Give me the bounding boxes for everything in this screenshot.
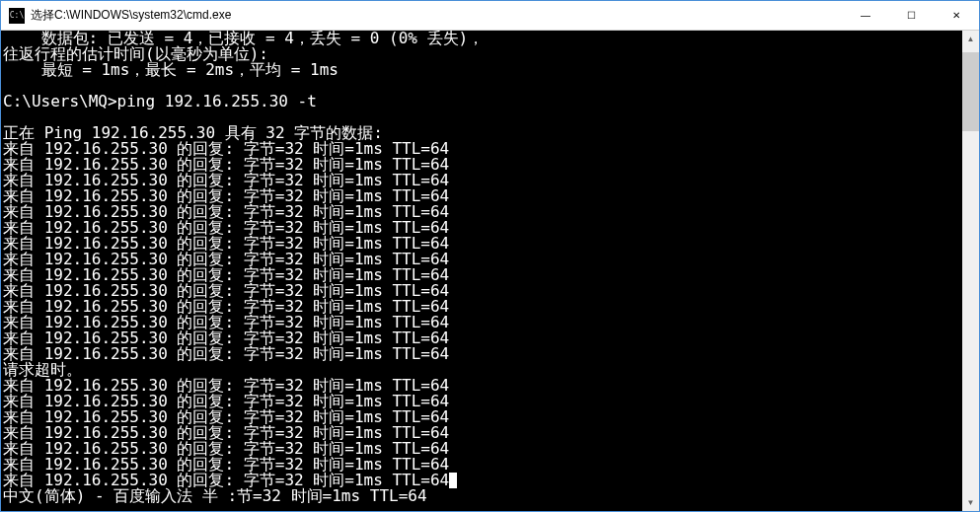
scroll-down-arrow-icon[interactable]: ▼	[962, 494, 979, 511]
text-cursor	[449, 473, 457, 488]
scroll-thumb[interactable]	[962, 52, 979, 131]
scroll-up-arrow-icon[interactable]: ▲	[962, 31, 979, 47]
app-icon: C:\	[9, 8, 25, 24]
titlebar[interactable]: C:\ 选择C:\WINDOWS\system32\cmd.exe — ☐ ✕	[1, 1, 979, 31]
window-title: 选择C:\WINDOWS\system32\cmd.exe	[31, 7, 843, 24]
vertical-scrollbar[interactable]: ▲ ▼	[962, 31, 979, 511]
ime-status-line: 中文(简体) - 百度输入法 半 :节=32 时间=1ms TTL=64	[3, 488, 962, 504]
close-button[interactable]: ✕	[934, 1, 979, 30]
window-controls: — ☐ ✕	[843, 1, 979, 30]
maximize-button[interactable]: ☐	[888, 1, 934, 30]
terminal-area: 数据包: 已发送 = 4，已接收 = 4，丢失 = 0 (0% 丢失)，往返行程…	[1, 31, 979, 511]
scroll-track[interactable]	[962, 47, 979, 494]
minimize-button[interactable]: —	[843, 1, 888, 30]
terminal-line: C:\Users\MQ>ping 192.16.255.30 -t	[3, 94, 962, 110]
terminal-output[interactable]: 数据包: 已发送 = 4，已接收 = 4，丢失 = 0 (0% 丢失)，往返行程…	[1, 31, 962, 511]
terminal-line: 最短 = 1ms，最长 = 2ms，平均 = 1ms	[3, 62, 962, 78]
cmd-window: C:\ 选择C:\WINDOWS\system32\cmd.exe — ☐ ✕ …	[0, 0, 980, 512]
terminal-line: 来自 192.16.255.30 的回复: 字节=32 时间=1ms TTL=6…	[3, 346, 962, 362]
